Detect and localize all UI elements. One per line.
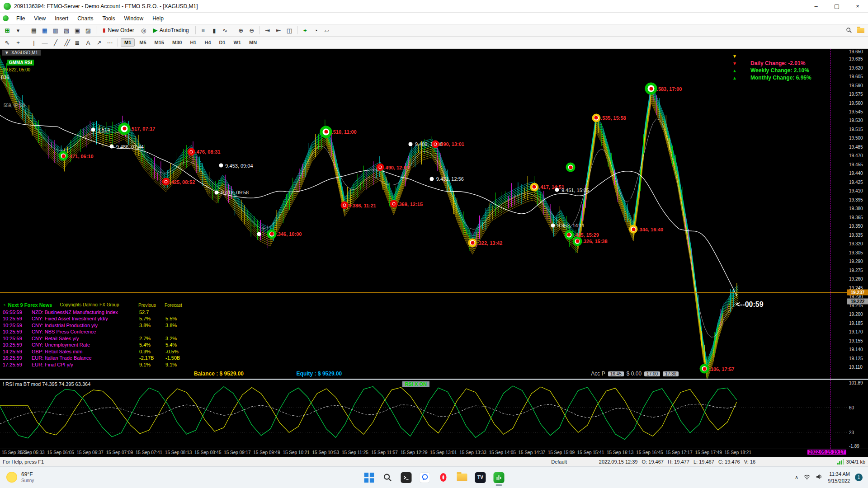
time-chip[interactable]: 17:30 — [663, 371, 679, 376]
time-chip[interactable]: 16:45 — [608, 371, 624, 376]
timeframe-w1[interactable]: W1 — [230, 38, 245, 47]
price-tick: 19.365 — [849, 215, 863, 220]
rsi-pane: ! RSI ma BT mod 74.395 74.395 63.364 RSI… — [0, 380, 868, 449]
chart-list-dropdown-icon[interactable]: ▾ — [13, 25, 23, 35]
market-watch-icon[interactable]: ▦ — [40, 25, 50, 35]
cursor-tool-icon[interactable]: ⇖ — [2, 38, 12, 47]
green-signal-marker — [566, 163, 576, 172]
signal-label: 9.514 — [98, 127, 110, 132]
balance-label: Balance : $ 9529.00 — [194, 371, 244, 377]
timeframe-m1[interactable]: M1 — [121, 38, 135, 47]
signal-label: 9.453, 09:04 — [225, 163, 253, 168]
signal-label: 9.431, 12:56 — [436, 176, 464, 182]
timeframe-d1[interactable]: D1 — [216, 38, 229, 47]
line-chart-icon[interactable]: ∿ — [220, 25, 230, 35]
zoom-in-icon[interactable]: ⊕ — [236, 25, 246, 35]
candlestick-chart-icon[interactable]: ▮ — [209, 25, 219, 35]
statusbar: For Help, press F1 Default 2022.09.15 12… — [0, 457, 868, 466]
mt4-window: 2091136394: FTMO-Server - Demo Account -… — [0, 0, 868, 488]
menu-insert[interactable]: Insert — [50, 15, 73, 22]
menu-tools[interactable]: Tools — [98, 15, 120, 22]
time-tick: 15 Sep 09:17 — [224, 450, 251, 455]
indicators-icon[interactable]: + — [300, 25, 310, 35]
autotrading-button[interactable]: ▶ AutoTrading — [150, 25, 193, 35]
channel-tool-icon[interactable]: ╱╱ — [61, 38, 71, 47]
taskbar-search-icon[interactable] — [382, 472, 394, 483]
time-chip[interactable]: 17:00 — [644, 371, 660, 376]
data-folder-icon[interactable] — [857, 28, 864, 33]
connection-status: 304/1 kb — [837, 459, 865, 465]
timeframe-m30[interactable]: M30 — [169, 38, 185, 47]
symbol-tab[interactable]: ▼ XAGUSD,M1 — [2, 50, 41, 56]
crosshair-tool-icon[interactable]: + — [13, 38, 23, 47]
menu-window[interactable]: Window — [120, 15, 148, 22]
start-button[interactable] — [363, 472, 375, 483]
chart-plot[interactable]: ▼ XAGUSD,M1 GMMA RSI 19.822, 05:00 836 5… — [0, 49, 847, 379]
menu-view[interactable]: View — [29, 15, 50, 22]
time-tick: 15 Sep 17:17 — [665, 450, 693, 455]
profile-name[interactable]: Default — [551, 459, 567, 465]
wifi-icon[interactable] — [803, 474, 811, 482]
arrows-tool-icon[interactable]: ↗ — [94, 38, 104, 47]
navigator-icon[interactable]: ▧ — [61, 25, 71, 35]
minimize-button[interactable]: – — [806, 0, 826, 12]
menu-help[interactable]: Help — [148, 15, 168, 22]
chart-shift-icon[interactable]: ⇤ — [274, 25, 283, 35]
vertical-line-tool-icon[interactable]: | — [29, 38, 39, 47]
zoom-out-icon[interactable]: ⊖ — [247, 25, 257, 35]
rsi-x-on-badge[interactable]: RSI X ON — [402, 381, 429, 387]
weather-widget[interactable]: 69°F Sunny — [0, 471, 40, 483]
clock-widget[interactable]: 11:34 AM 9/15/2022 — [828, 471, 850, 484]
signal-core — [270, 232, 274, 236]
rsi-plot[interactable]: ! RSI ma BT mod 74.395 74.395 63.364 RSI… — [0, 380, 847, 449]
system-tray: ∧ 11:34 AM 9/15/2022 1 — [795, 471, 868, 484]
price-tick: 19.470 — [849, 153, 863, 158]
volume-icon[interactable] — [816, 474, 823, 482]
opera-icon[interactable] — [438, 472, 449, 483]
candle-countdown: <--00:59 — [736, 300, 764, 309]
maximize-button[interactable]: ▢ — [826, 0, 847, 12]
periods-icon[interactable]: ◔ — [311, 25, 321, 35]
clock-icon: ◔ — [3, 302, 6, 308]
signal-label: .583, 17:00 — [657, 86, 682, 91]
search-icon[interactable] — [844, 25, 854, 35]
templates-icon[interactable]: ▱ — [322, 25, 332, 35]
menu-file[interactable]: File — [12, 15, 29, 22]
new-chart-icon[interactable]: ⊞ — [2, 25, 12, 35]
text-tool-icon[interactable]: A — [83, 38, 93, 47]
profiles-icon[interactable]: ▤ — [29, 25, 39, 35]
indicator-badge: GMMA RSI — [7, 60, 34, 66]
strategy-tester-icon[interactable]: ▨ — [83, 25, 93, 35]
acc-profit-value: $ 0.00 — [627, 371, 642, 377]
expert-advisors-icon[interactable]: ◎ — [139, 25, 149, 35]
new-order-button[interactable]: ▮ New Order — [99, 25, 138, 35]
timeframe-h1[interactable]: H1 — [186, 38, 200, 47]
mt4-taskbar-icon[interactable] — [493, 472, 505, 483]
timeframe-h4[interactable]: H4 — [201, 38, 214, 47]
file-explorer-icon[interactable] — [456, 472, 468, 483]
terminal-app-icon[interactable] — [401, 472, 412, 483]
tradingview-icon[interactable]: TV — [475, 472, 486, 483]
chat-app-icon[interactable] — [419, 472, 431, 483]
change-stat-label: Weekly Change: 2.10% — [750, 67, 821, 74]
horizontal-line-tool-icon[interactable]: — — [40, 38, 50, 47]
terminal-icon[interactable]: ▣ — [72, 25, 82, 35]
data-window-icon[interactable]: ▥ — [51, 25, 61, 35]
cursor-vertical-line-rsi — [830, 380, 830, 449]
timeframe-m5[interactable]: M5 — [136, 38, 150, 47]
trendline-tool-icon[interactable]: ╱ — [51, 38, 61, 47]
timeframe-mn[interactable]: MN — [245, 38, 260, 47]
rsi-tick: 60 — [849, 405, 854, 410]
tile-windows-icon[interactable]: ◫ — [284, 25, 294, 35]
timeframe-m15[interactable]: M15 — [151, 38, 168, 47]
close-button[interactable]: × — [847, 0, 868, 12]
fibonacci-tool-icon[interactable]: ≣ — [72, 38, 82, 47]
notification-badge[interactable]: 1 — [855, 474, 863, 481]
more-tools-icon[interactable]: ⋯ — [105, 38, 115, 47]
bar-chart-icon[interactable]: ≡ — [198, 25, 208, 35]
tray-chevron-icon[interactable]: ∧ — [795, 474, 798, 480]
menu-charts[interactable]: Charts — [73, 15, 98, 22]
auto-scroll-icon[interactable]: ⇥ — [263, 25, 273, 35]
weather-condition: Sunny — [21, 478, 34, 483]
price-dot-marker: 9.486, 07:44 — [110, 145, 114, 149]
